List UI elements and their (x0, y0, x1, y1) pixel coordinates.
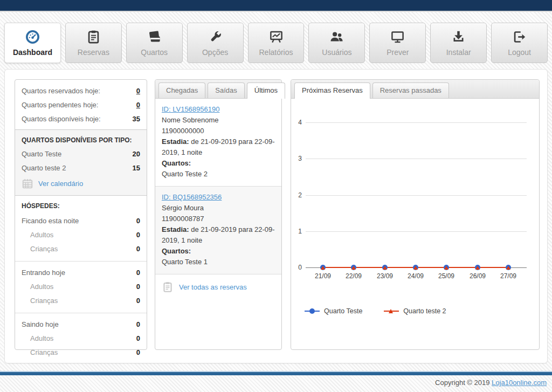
guest-sub-row: Crianças0 (15, 294, 147, 308)
copyright-link[interactable]: Loja10online.com (492, 379, 547, 387)
copyright-text: Copyright © 2019 (435, 379, 489, 387)
reservation-rooms-label: Quartos: (162, 246, 275, 257)
gridline (306, 159, 527, 159)
monitor-icon (390, 30, 405, 44)
guest-sub-row: Crianças0 (15, 346, 147, 360)
legend-label: Quarto Teste (324, 307, 362, 315)
gauge-icon (25, 30, 40, 44)
guest-group-value: 0 (136, 268, 140, 278)
guests-section: HÓSPEDES: Ficando esta noite0Adultos0Cri… (15, 196, 147, 366)
reservation-stay: Estadia: de 21-09-2019 para 22-09-2019, … (162, 224, 275, 246)
reservation-phone: 11900000000 (162, 126, 275, 136)
summary-row: Quartos disponíveis hoje:35 (15, 112, 147, 126)
x-axis-tick: 23/09 (373, 272, 397, 280)
summary-row-label: Quartos reservados hoje: (22, 86, 100, 96)
summary-row-value: 35 (133, 114, 140, 124)
today-summary-section: Quartos reservados hoje:0Quartos pendent… (15, 80, 147, 129)
wrench-icon (208, 30, 223, 44)
reservation-id-link[interactable]: ID: BQ1568952356 (162, 193, 222, 201)
rooms-by-type-header: QUARTOS DISPONÍVEIS POR TIPO: (15, 134, 147, 147)
summary-panel: Quartos reservados hoje:0Quartos pendent… (15, 79, 147, 350)
reservations-chart: 4321021/0922/0923/0924/0925/0926/0927/09… (291, 98, 539, 349)
y-axis-tick: 3 (291, 155, 302, 162)
x-axis-tick: 26/09 (466, 272, 489, 280)
summary-row-value-link[interactable]: 0 (136, 86, 140, 96)
guest-group-value: 0 (136, 216, 140, 226)
view-all-reservations-label[interactable]: Ver todas as reservas (179, 283, 247, 291)
logout-icon (512, 30, 527, 44)
legend-triangle-marker-icon (384, 308, 399, 314)
nav-button-quartos[interactable]: Quartos (126, 23, 183, 63)
reservation-rooms-value: Quarto Teste 2 (162, 169, 275, 180)
guest-group: Ficando esta noite0Adultos0Crianças0 (15, 213, 147, 258)
x-axis-tick: 22/09 (342, 272, 365, 280)
legend-item-quarto-teste[interactable]: Quarto Teste (305, 307, 362, 315)
tab-reservas-passadas[interactable]: Reservas passadas (372, 82, 449, 98)
view-calendar-link[interactable]: Ver calendário (15, 175, 147, 193)
data-point-marker-24/09 (413, 266, 418, 270)
nav-label: Quartos (141, 48, 168, 57)
x-axis-tick: 27/09 (496, 272, 520, 280)
nav-button-usuários[interactable]: Usuários (308, 23, 365, 63)
legend-circle-marker-icon (305, 308, 320, 314)
nav-button-dashboard[interactable]: Dashboard (4, 23, 61, 63)
main-container: Quartos reservados hoje:0Quartos pendent… (4, 69, 548, 363)
room-type-label: Quarto Teste (22, 149, 61, 159)
reservation-rooms-value: Quarto Teste 1 (162, 257, 275, 267)
guest-sub-label: Adultos (30, 334, 53, 343)
reservations-tabstrip: ChegadasSaídasÚltimos (155, 80, 281, 99)
tab-próximas-reservas[interactable]: Próximas Reservas (294, 82, 370, 99)
guest-sub-label: Crianças (30, 244, 58, 254)
tab-chegadas[interactable]: Chegadas (158, 82, 205, 98)
guest-group-label: Entrando hoje (22, 268, 65, 278)
guest-group-row: Entrando hoje0 (15, 266, 147, 280)
room-type-row: Quarto Teste20 (15, 147, 147, 161)
nav-button-opções[interactable]: Opções (187, 23, 244, 63)
report-board-icon (269, 30, 284, 44)
reservation-phone: 11900008787 (162, 214, 275, 224)
nav-button-instalar[interactable]: Instalar (430, 23, 487, 63)
x-axis-tick: 25/09 (434, 272, 458, 280)
data-point-marker-22/09 (351, 266, 356, 270)
nav-label: Usuários (322, 48, 351, 57)
guest-group-label: Ficando esta noite (22, 216, 79, 226)
reservation-id-link[interactable]: ID: LV1568956190 (162, 105, 219, 113)
guest-sub-value: 0 (136, 348, 140, 357)
gridline (306, 122, 527, 123)
summary-row-value-link[interactable]: 0 (136, 100, 140, 110)
rooms-by-type-section: QUARTOS DISPONÍVEIS POR TIPO: Quarto Tes… (15, 129, 147, 196)
tab-últimos[interactable]: Últimos (247, 82, 285, 99)
guest-group: Entrando hoje0Adultos0Crianças0 (15, 261, 147, 310)
legend-triangle (389, 309, 393, 313)
guest-sub-row: Adultos0 (15, 228, 147, 242)
top-bar (0, 0, 552, 12)
guest-sub-label: Adultos (30, 230, 53, 240)
guest-sub-value: 0 (136, 282, 140, 292)
nav-label: Opções (202, 48, 228, 57)
summary-row-label: Quartos disponíveis hoje: (22, 114, 101, 124)
nav-button-relatórios[interactable]: Relatórios (248, 23, 305, 63)
nav-label: Prever (387, 48, 409, 57)
view-all-reservations-link[interactable]: Ver todas as reservas (155, 274, 281, 300)
legend-item-quarto-teste-2[interactable]: Quarto teste 2 (384, 307, 446, 315)
chart-legend: Quarto TesteQuarto teste 2 (305, 307, 446, 315)
summary-row-label: Quartos pendentes hoje: (22, 100, 98, 110)
view-calendar-label[interactable]: Ver calendário (38, 180, 83, 188)
nav-button-prever[interactable]: Prever (369, 23, 426, 63)
guest-sub-value: 0 (136, 334, 140, 343)
cards-icon (147, 30, 162, 44)
users-icon (329, 30, 344, 44)
reservation-stay-label: Estadia: (162, 137, 191, 146)
chart-tabstrip: Próximas ReservasReservas passadas (291, 80, 539, 99)
guest-sub-label: Crianças (30, 348, 58, 357)
data-point-marker-23/09 (383, 266, 387, 270)
tab-saídas[interactable]: Saídas (208, 82, 244, 98)
guest-group-row: Saindo hoje0 (15, 318, 147, 332)
room-type-value: 20 (133, 149, 140, 159)
nav-label: Instalar (446, 48, 471, 57)
guest-sub-label: Adultos (30, 282, 53, 292)
nav-label: Relatórios (259, 48, 293, 57)
nav-button-reservas[interactable]: Reservas (65, 23, 122, 63)
reservation-guest-name: Sérgio Moura (162, 203, 275, 214)
nav-button-logout[interactable]: Logout (491, 23, 548, 63)
